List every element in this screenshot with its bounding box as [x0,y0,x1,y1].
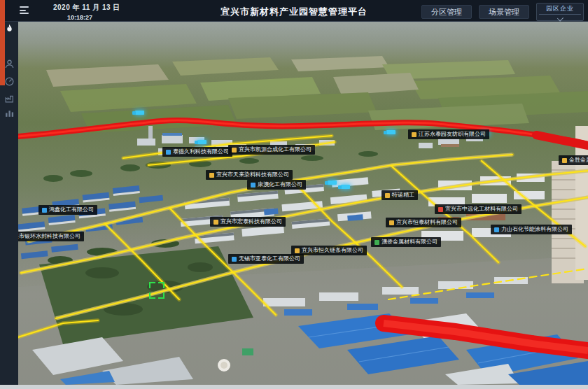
bar-chart-icon[interactable] [4,108,15,118]
selection-bracket [149,282,164,299]
company-label[interactable]: 宜兴市银环水封科技有限公司 [18,232,84,241]
scene-management-button[interactable]: 场景管理 [479,5,529,19]
park-enterprise-dropdown[interactable]: 园区企业 [536,3,584,21]
company-label[interactable]: 宜兴市天来染料科技有限公司 [206,170,293,180]
company-label-text: 特诺精工 [392,192,414,198]
truck-icon[interactable] [328,181,337,185]
company-label[interactable]: 宜兴市恒泰材料有限公司 [386,218,461,227]
company-marker-icon [374,240,379,245]
company-marker-icon [251,183,255,188]
company-label-text: 康澳化工有限公司 [258,182,302,188]
company-label-text: 宜兴市银环水封科技有限公司 [18,234,80,239]
company-marker-icon [42,208,47,213]
company-marker-icon [494,227,499,232]
zone-management-button[interactable]: 分区管理 [421,5,472,19]
company-marker-icon [389,220,394,225]
company-label[interactable]: 宜兴市凯源合成化工有限公司 [228,145,315,155]
header-datetime: 2020 年 11 月 13 日 10:18:27 [53,3,120,21]
company-marker-icon [166,150,171,155]
company-label[interactable]: 无锡市亚泰化工有限公司 [228,254,304,264]
company-label[interactable]: 特诺精工 [382,190,418,200]
header-date: 2020 年 11 月 13 日 [53,3,120,13]
page-title: 宜兴市新材料产业园智慧管理平台 [220,6,368,18]
company-marker-icon [412,132,416,137]
window-edge [0,385,588,389]
company-label-text: 宜兴市恒久链条有限公司 [302,248,363,253]
truck-icon[interactable] [135,111,144,115]
company-label-text: 澳侨金属材料有限公司 [382,239,438,245]
fire-icon[interactable] [4,24,15,34]
company-label[interactable]: 江苏永泰园友纺织有限公司 [408,129,489,139]
dropdown-label: 园区企业 [546,4,574,13]
company-label[interactable]: 金胜金属制品有限公司 [559,155,588,165]
company-label-text: 宜兴市天来染料科技有限公司 [216,172,289,178]
company-marker-icon [562,158,567,163]
truck-icon[interactable] [197,140,206,144]
company-label[interactable]: 宜兴市宏泰科技有限公司 [210,217,286,227]
company-label-text: 鸿鑫化工有限公司 [49,207,94,213]
company-marker-icon [438,207,443,212]
company-marker-icon [385,193,390,198]
company-label-text: 江苏永泰园友纺织有限公司 [419,132,486,137]
accent-strip [0,0,5,85]
menu-icon[interactable] [20,6,29,14]
company-label[interactable]: 澳侨金属材料有限公司 [371,237,441,247]
app-window: 2020 年 11 月 13 日 10:18:27 宜兴市新材料产业园智慧管理平… [0,0,588,389]
company-label-text: 金胜金属制品有限公司 [569,157,588,163]
company-marker-icon [232,148,237,153]
company-label[interactable]: 康澳化工有限公司 [247,180,306,190]
map-3d-scene [18,21,588,385]
factory-icon[interactable] [4,93,15,104]
map-viewport[interactable]: 泰德久利科技有限公司宜兴市凯源合成化工有限公司宜兴市天来染料科技有限公司康澳化工… [18,21,588,385]
company-label-text: 宜兴市恒泰材料有限公司 [396,220,458,225]
company-label[interactable]: 宜兴市中远化工材料有限公司 [435,204,522,214]
company-label-text: 宜兴市中远化工材料有限公司 [445,206,518,212]
company-label-text: 无锡市亚泰化工有限公司 [239,256,300,262]
company-label-text: 宜兴市凯源合成化工有限公司 [239,147,312,153]
company-label[interactable]: 鸿鑫化工有限公司 [38,205,97,215]
company-marker-icon [209,173,214,178]
header-time: 10:18:27 [67,14,120,21]
company-label[interactable]: 泰德久利科技有限公司 [162,147,232,157]
company-label-text: 力山石化节能涂料有限公司 [501,227,568,232]
company-label[interactable]: 力山石化节能涂料有限公司 [491,225,572,234]
user-icon[interactable] [4,59,15,69]
truck-icon[interactable] [341,185,350,189]
company-marker-icon [232,257,237,262]
company-marker-icon [214,220,218,225]
header-actions: 分区管理 场景管理 园区企业 [421,3,584,21]
chevron-down-icon [556,15,563,21]
company-label-text: 泰德久利科技有限公司 [173,149,229,155]
header-bar: 2020 年 11 月 13 日 10:18:27 宜兴市新材料产业园智慧管理平… [0,0,588,22]
truck-icon[interactable] [386,130,396,134]
company-marker-icon [295,248,300,253]
company-label-text: 宜兴市宏泰科技有限公司 [220,219,282,225]
gauge-icon[interactable] [4,76,15,87]
